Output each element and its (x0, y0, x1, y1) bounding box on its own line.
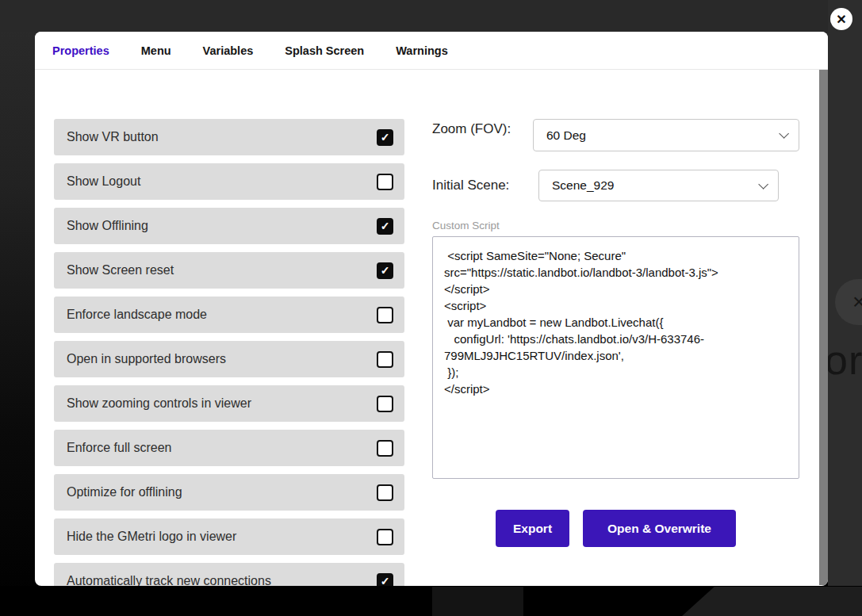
setting-label: Automatically track new connections (67, 574, 271, 586)
zoom-fov-label: Zoom (FOV): (432, 119, 533, 137)
setting-row[interactable]: Show VR button ✓ (54, 119, 404, 155)
setting-checkbox[interactable]: ✓ (377, 174, 393, 190)
close-button[interactable]: ✕ (830, 8, 852, 30)
chevron-down-icon (779, 128, 789, 139)
backdrop-top-strip (0, 0, 862, 32)
setting-row[interactable]: Show Screen reset ✓ (54, 252, 404, 289)
custom-script-input[interactable]: <script SameSite="None; Secure" src="htt… (432, 236, 799, 479)
setting-label: Show Logout (67, 174, 140, 189)
setting-row[interactable]: Show Logout ✓ (54, 163, 404, 200)
tab-variables[interactable]: Variables (203, 44, 254, 57)
backdrop-floor-shadow (432, 587, 523, 616)
setting-checkbox[interactable]: ✓ (377, 529, 393, 545)
open-overwrite-button[interactable]: Open & Overwrite (583, 510, 736, 547)
tab-warnings[interactable]: Warnings (396, 44, 448, 57)
initial-scene-label: Initial Scene: (432, 177, 538, 193)
setting-label: Show Screen reset (67, 263, 174, 277)
backdrop-right-strip: × orm (828, 0, 862, 587)
checkmark-icon: ✓ (381, 132, 390, 143)
tab-menu[interactable]: Menu (141, 44, 171, 57)
setting-checkbox[interactable]: ✓ (377, 440, 393, 457)
properties-column: Zoom (FOV): 60 Deg Initial Scene: Scene_… (432, 119, 799, 585)
setting-checkbox[interactable]: ✓ (377, 396, 393, 412)
setting-label: Show VR button (67, 130, 159, 144)
setting-label: Hide the GMetri logo in viewer (67, 530, 236, 544)
setting-checkbox[interactable]: ✓ (377, 351, 393, 368)
export-button[interactable]: Export (496, 510, 569, 547)
setting-checkbox[interactable]: ✓ (377, 307, 393, 323)
setting-row[interactable]: Enforce full screen ✓ (54, 430, 404, 466)
checkmark-icon: ✓ (381, 576, 390, 586)
background-close-icon: × (852, 289, 862, 315)
modal-actions: Export Open & Overwrite (496, 510, 799, 547)
setting-checkbox[interactable]: ✓ (377, 484, 393, 501)
settings-modal-body: Show VR button ✓ Show Logout ✓ Show Offl… (35, 70, 828, 585)
initial-scene-dropdown[interactable]: Scene_929 (538, 170, 779, 201)
setting-checkbox[interactable]: ✓ (377, 129, 393, 146)
checkmark-icon: ✓ (381, 265, 390, 276)
setting-checkbox[interactable]: ✓ (377, 218, 393, 235)
checkmark-icon: ✓ (381, 220, 390, 231)
setting-row[interactable]: Hide the GMetri logo in viewer ✓ (54, 518, 404, 555)
tab-splash-screen[interactable]: Splash Screen (285, 44, 364, 57)
setting-label: Enforce landscape mode (67, 308, 207, 322)
setting-label: Optimize for offlining (67, 485, 182, 499)
zoom-fov-field: Zoom (FOV): 60 Deg (432, 119, 799, 151)
setting-checkbox[interactable]: ✓ (377, 573, 393, 587)
setting-label: Show zooming controls in viewer (67, 396, 251, 411)
close-icon: ✕ (836, 12, 846, 27)
modal-scrollbar[interactable] (819, 70, 828, 585)
background-partial-close-pill: × (835, 279, 862, 325)
settings-tab-bar: PropertiesMenuVariablesSplash ScreenWarn… (35, 32, 828, 70)
zoom-fov-dropdown[interactable]: 60 Deg (533, 119, 799, 151)
setting-checkbox[interactable]: ✓ (377, 262, 393, 279)
setting-row[interactable]: Optimize for offlining ✓ (54, 474, 404, 511)
setting-label: Open in supported browsers (67, 352, 226, 366)
settings-checkbox-list: Show VR button ✓ Show Logout ✓ Show Offl… (54, 119, 404, 585)
setting-row[interactable]: Show zooming controls in viewer ✓ (54, 385, 404, 422)
custom-script-label: Custom Script (432, 220, 799, 231)
zoom-fov-value: 60 Deg (546, 128, 586, 143)
setting-row[interactable]: Automatically track new connections ✓ (54, 563, 404, 586)
initial-scene-value: Scene_929 (552, 178, 614, 193)
setting-row[interactable]: Enforce landscape mode ✓ (54, 297, 404, 333)
tab-properties[interactable]: Properties (52, 44, 109, 57)
setting-label: Enforce full screen (67, 441, 172, 455)
setting-label: Show Offlining (67, 219, 148, 233)
chevron-down-icon (758, 179, 768, 189)
setting-row[interactable]: Open in supported browsers ✓ (54, 341, 404, 377)
experience-settings-modal: PropertiesMenuVariablesSplash ScreenWarn… (35, 32, 828, 586)
setting-row[interactable]: Show Offlining ✓ (54, 208, 404, 244)
background-partial-text: orm (828, 336, 862, 384)
initial-scene-field: Initial Scene: Scene_929 (432, 170, 799, 201)
